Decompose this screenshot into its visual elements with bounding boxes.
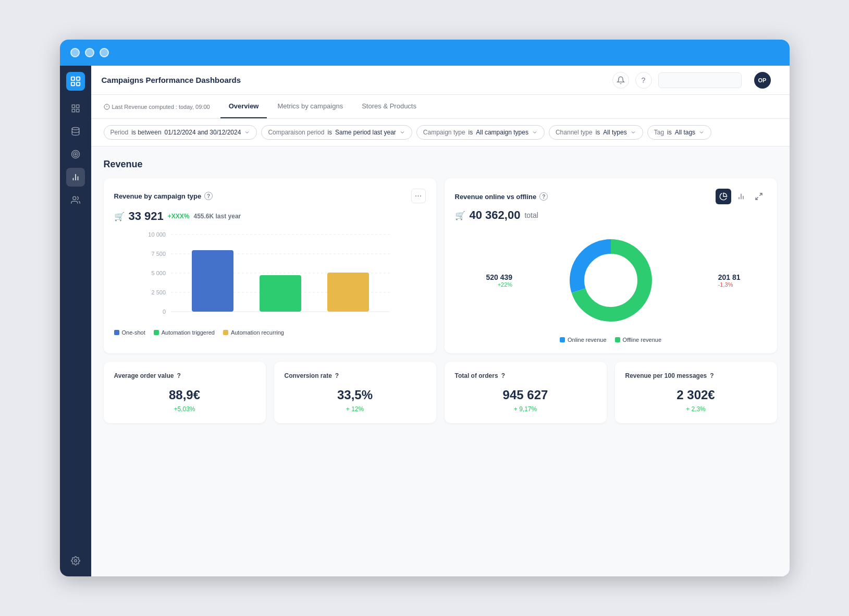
sidebar-icon-target[interactable] <box>66 145 85 164</box>
stat-total-orders-info-icon[interactable]: ? <box>501 372 505 379</box>
bar-chart-area: 10 000 7 500 5 000 2 500 0 <box>114 229 426 323</box>
donut-left-change: +22% <box>486 281 513 288</box>
bar-chart-card: Revenue by campaign type ? ··· 🛒 33 921 … <box>104 178 436 353</box>
donut-view-pie-button[interactable] <box>716 189 731 204</box>
page-title: Campaigns Performance Dashboards <box>102 76 612 84</box>
search-input[interactable] <box>658 72 742 88</box>
bar-chart-compare: 455.6K last year <box>194 213 241 220</box>
svg-rect-30 <box>192 250 233 312</box>
stat-card-conversion: Conversion rate ? 33,5% + 12% <box>274 362 436 423</box>
filter-period[interactable]: Period is between 01/12/2024 and 30/12/2… <box>104 125 257 140</box>
filter-comparison-value: Same period last year <box>335 129 396 136</box>
bar-chart-metric: 🛒 33 921 +XXX% 455.6K last year <box>114 210 426 223</box>
info-icon <box>104 104 110 110</box>
bar-chart-legend: One-shot Automation triggered Automation… <box>114 329 426 336</box>
stat-revenue-per-100-title: Revenue per 100 messages ? <box>625 372 767 379</box>
donut-view-expand-button[interactable] <box>751 189 767 204</box>
bar-chart-title: Revenue by campaign type ? <box>114 192 213 200</box>
browser-dot-red[interactable] <box>70 48 80 57</box>
sidebar <box>60 66 91 576</box>
stat-revenue-per-100-change: + 2,3% <box>625 405 767 413</box>
svg-rect-2 <box>71 82 74 85</box>
sidebar-icon-database[interactable] <box>66 122 85 141</box>
svg-point-15 <box>72 196 76 200</box>
cart-icon: 🛒 <box>114 212 125 221</box>
filter-campaign-type[interactable]: Campaign type is All campaign types <box>416 125 545 140</box>
svg-line-36 <box>759 193 762 196</box>
donut-legend: Online revenue Offline revenue <box>455 337 767 343</box>
stat-revenue-per-100-value: 2 302€ <box>625 388 767 402</box>
stat-total-orders-change: + 9,17% <box>455 405 596 413</box>
filter-period-value: 01/12/2024 and 30/12/2024 <box>165 129 241 136</box>
stat-total-orders-value: 945 627 <box>455 388 596 402</box>
legend-automation-recurring: Automation recurring <box>223 329 284 336</box>
donut-right-change: -1,3% <box>718 281 741 288</box>
legend-dot-automation-recurring <box>223 330 228 335</box>
svg-rect-4 <box>72 105 75 107</box>
pie-chart-icon <box>719 192 728 201</box>
svg-rect-31 <box>260 275 301 312</box>
sidebar-icon-users[interactable] <box>66 191 85 210</box>
expand-icon <box>755 192 763 201</box>
app-logo[interactable] <box>66 72 85 91</box>
stat-revenue-per-100-info-icon[interactable]: ? <box>710 372 713 379</box>
svg-text:7 500: 7 500 <box>151 251 166 257</box>
stat-avg-order-value: 88,9€ <box>114 388 255 402</box>
last-computed-text: Last Revenue computed : today, 09:00 <box>112 104 210 110</box>
topbar-actions: ? OP <box>612 72 771 89</box>
stat-conversion-change: + 12% <box>285 405 426 413</box>
bar-chart-svg: 10 000 7 500 5 000 2 500 0 <box>114 229 426 323</box>
donut-metric: 🛒 40 362,00 total <box>455 208 767 222</box>
topbar: Campaigns Performance Dashboards ? OP <box>91 66 790 95</box>
notifications-button[interactable] <box>612 72 629 89</box>
svg-rect-5 <box>76 105 79 107</box>
sidebar-icon-grid[interactable] <box>66 99 85 118</box>
revenue-section-title: Revenue <box>104 159 777 170</box>
donut-chart-header: Revenue online vs offline ? <box>455 189 767 204</box>
help-button[interactable]: ? <box>635 72 652 89</box>
legend-dot-online <box>560 337 565 342</box>
stat-total-orders-title: Total of orders ? <box>455 372 596 379</box>
bar-chart-menu-button[interactable]: ··· <box>411 189 426 203</box>
donut-left-label: 520 439 +22% <box>486 273 513 288</box>
filter-channel-type[interactable]: Channel type is All types <box>549 125 643 140</box>
donut-svg <box>564 233 658 327</box>
svg-point-16 <box>74 560 77 562</box>
donut-view-bar-button[interactable] <box>733 189 749 204</box>
chevron-down-icon <box>698 129 705 135</box>
donut-right-value: 201 81 <box>718 273 741 281</box>
stat-avg-order-info-icon[interactable]: ? <box>177 372 180 379</box>
tab-overview[interactable]: Overview <box>220 95 267 118</box>
bar-chart-info-icon[interactable]: ? <box>204 192 213 200</box>
browser-dot-yellow[interactable] <box>85 48 94 57</box>
svg-rect-3 <box>76 82 79 85</box>
filter-comparison-label: Comparaison period <box>268 129 324 136</box>
chevron-down-icon <box>244 129 250 135</box>
svg-point-8 <box>72 128 79 130</box>
svg-line-37 <box>756 197 758 200</box>
svg-point-11 <box>75 154 76 155</box>
svg-rect-7 <box>76 109 79 112</box>
stat-conversion-info-icon[interactable]: ? <box>335 372 339 379</box>
filter-comparison-period[interactable]: Comparaison period is Same period last y… <box>261 125 412 140</box>
stat-card-avg-order: Average order value ? 88,9€ +5,03% <box>104 362 266 423</box>
donut-view-buttons <box>716 189 767 204</box>
browser-dot-green[interactable] <box>100 48 109 57</box>
tab-stores-products[interactable]: Stores & Products <box>353 95 425 118</box>
svg-point-10 <box>73 152 78 157</box>
svg-text:5 000: 5 000 <box>151 270 166 276</box>
filter-tag[interactable]: Tag is All tags <box>647 125 711 140</box>
svg-text:0: 0 <box>162 309 165 315</box>
user-avatar: OP <box>754 72 771 89</box>
bar-chart-total: 33 921 <box>129 210 164 223</box>
sidebar-icon-chart[interactable] <box>66 168 85 187</box>
donut-chart-info-icon[interactable]: ? <box>539 192 548 201</box>
stat-avg-order-change: +5,03% <box>114 405 255 413</box>
sidebar-icon-settings[interactable] <box>66 551 85 570</box>
stat-avg-order-title: Average order value ? <box>114 372 255 379</box>
svg-rect-1 <box>76 77 79 80</box>
stat-card-total-orders: Total of orders ? 945 627 + 9,17% <box>445 362 607 423</box>
tab-metrics-by-campaigns[interactable]: Metrics by campaigns <box>269 95 351 118</box>
last-computed-info: Last Revenue computed : today, 09:00 <box>104 104 210 110</box>
filter-period-label: Period <box>110 129 129 136</box>
